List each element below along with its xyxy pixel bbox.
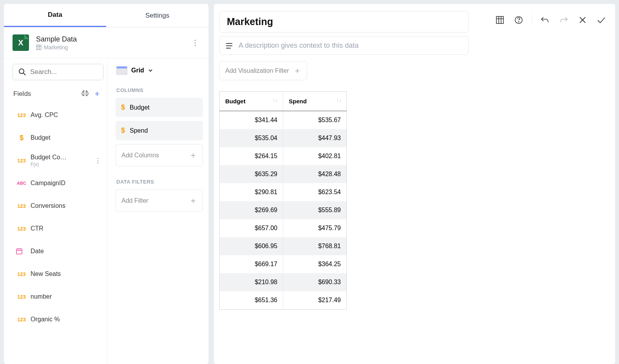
visualization-type-selector[interactable]: Grid — [116, 64, 203, 82]
svg-rect-6 — [16, 249, 22, 254]
table-row[interactable]: $264.15$402.81 — [220, 147, 347, 165]
table-row[interactable]: $669.17$364.25 — [220, 255, 347, 273]
viz-toolbar — [494, 11, 611, 26]
plus-icon: ＋ — [189, 195, 197, 206]
svg-rect-13 — [496, 16, 503, 23]
text-type-icon: ABC — [16, 181, 27, 186]
table-row[interactable]: $635.29$428.48 — [220, 165, 347, 183]
add-filter-button[interactable]: Add Filter＋ — [116, 189, 203, 212]
cell: $555.89 — [283, 201, 347, 219]
svg-line-5 — [24, 73, 25, 75]
sort-icon[interactable]: ↑↓ — [336, 97, 342, 103]
table-row[interactable]: $341.44$535.67 — [220, 111, 347, 130]
table-row[interactable]: $210.98$690.33 — [220, 273, 347, 291]
number-type-icon: 123 — [16, 112, 27, 118]
visualization-title-input[interactable] — [219, 11, 469, 32]
visualization-description-input[interactable]: A description gives context to this data — [219, 36, 469, 55]
config-column: Grid COLUMNS $Budget$Spend Add Columns＋ … — [108, 58, 208, 364]
svg-point-18 — [518, 22, 519, 22]
table-row[interactable]: $651.36$217.49 — [220, 291, 347, 310]
cell: $669.17 — [220, 255, 283, 273]
column-header[interactable]: Spend↑↓ — [283, 92, 347, 111]
cell: $447.93 — [283, 129, 347, 147]
cell: $290.81 — [220, 183, 283, 201]
cell: $364.25 — [283, 255, 347, 273]
field-item[interactable]: 123number — [13, 285, 103, 308]
tab-settings[interactable]: Settings — [106, 4, 208, 27]
currency-icon: $ — [121, 103, 125, 112]
field-item[interactable]: ABCCampaignID — [13, 172, 103, 195]
cell: $690.33 — [283, 273, 347, 291]
field-label: Budget Co… — [31, 154, 89, 161]
search-input[interactable] — [30, 68, 98, 76]
field-item[interactable]: 123Budget Co…F(x)⋮ — [13, 149, 103, 172]
table-row[interactable]: $290.81$623.54 — [220, 183, 347, 201]
columns-section-label: COLUMNS — [116, 87, 203, 93]
sort-icon[interactable]: ↑↓ — [273, 97, 278, 103]
cell: $606.95 — [220, 237, 283, 255]
plus-icon: ＋ — [293, 65, 301, 76]
field-label: CTR — [31, 225, 103, 232]
field-item[interactable]: 123New Seats — [13, 263, 103, 285]
visualization-panel: A description gives context to this data… — [214, 4, 615, 364]
close-icon[interactable] — [577, 14, 588, 26]
column-chip[interactable]: $Spend — [116, 121, 203, 140]
cell: $210.98 — [220, 273, 283, 291]
currency-icon: $ — [121, 126, 125, 135]
cell: $475.79 — [283, 219, 347, 237]
column-header[interactable]: Budget↑↓ — [220, 92, 283, 111]
table-row[interactable]: $269.69$555.89 — [220, 201, 347, 219]
field-item[interactable]: ›Date — [13, 240, 103, 263]
svg-point-4 — [19, 69, 24, 74]
svg-rect-0 — [36, 45, 41, 50]
cell: $623.54 — [283, 183, 347, 201]
field-more-icon[interactable]: ⋮ — [92, 157, 103, 164]
cell: $651.36 — [220, 291, 283, 310]
table-row[interactable]: $606.95$768.81 — [220, 237, 347, 255]
add-field-button[interactable]: + — [92, 89, 103, 99]
paragraph-icon — [225, 42, 233, 49]
calendar-icon — [16, 248, 27, 255]
cell: $535.04 — [220, 129, 283, 147]
datasource-title: Sample Data — [36, 35, 190, 43]
field-label: Organic % — [31, 316, 103, 323]
field-item[interactable]: 123Avg. CPC — [13, 104, 103, 126]
field-item[interactable]: 123Conversions — [13, 195, 103, 217]
table-row[interactable]: $535.04$447.93 — [220, 129, 347, 147]
currency-icon: $ — [16, 134, 27, 142]
number-type-icon: 123 — [16, 226, 27, 232]
datasource-more-button[interactable]: ⋮ — [190, 38, 200, 47]
field-label: Conversions — [31, 202, 103, 209]
confirm-icon[interactable] — [595, 14, 607, 26]
cell: $269.69 — [220, 201, 283, 219]
cell: $635.29 — [220, 165, 283, 183]
help-icon[interactable] — [513, 14, 525, 26]
undo-icon[interactable] — [539, 14, 551, 26]
editor-left-panel: Data Settings X Sample Data Marketing ⋮ — [4, 4, 208, 364]
field-item[interactable]: 123CTR — [13, 217, 103, 240]
number-type-icon: 123 — [16, 203, 27, 209]
field-item[interactable]: $Budget — [13, 126, 103, 149]
table-row[interactable]: $657.00$475.79 — [220, 219, 347, 237]
brain-icon[interactable] — [81, 90, 92, 98]
grid-glyph-icon — [36, 45, 42, 50]
cell: $264.15 — [220, 147, 283, 165]
cell: $217.49 — [283, 291, 347, 310]
chevron-down-icon — [148, 68, 153, 73]
number-type-icon: 123 — [16, 294, 27, 300]
number-type-icon: 123 — [16, 271, 27, 277]
left-tabs: Data Settings — [4, 4, 208, 27]
add-columns-button[interactable]: Add Columns＋ — [116, 144, 203, 166]
redo-icon[interactable] — [558, 14, 570, 26]
field-list: 123Avg. CPC$Budget123Budget Co…F(x)⋮ABCC… — [13, 104, 103, 364]
add-visualization-filter-button[interactable]: Add Visualization Filter ＋ — [219, 61, 307, 80]
search-icon — [18, 68, 26, 76]
plus-icon: ＋ — [189, 150, 197, 160]
field-label: New Seats — [31, 270, 103, 278]
layout-icon[interactable] — [494, 14, 506, 26]
field-label: Budget — [31, 134, 103, 141]
field-item[interactable]: 123Organic % — [13, 308, 103, 331]
fields-search[interactable] — [13, 64, 103, 80]
column-chip[interactable]: $Budget — [116, 98, 203, 117]
tab-data[interactable]: Data — [4, 4, 106, 27]
